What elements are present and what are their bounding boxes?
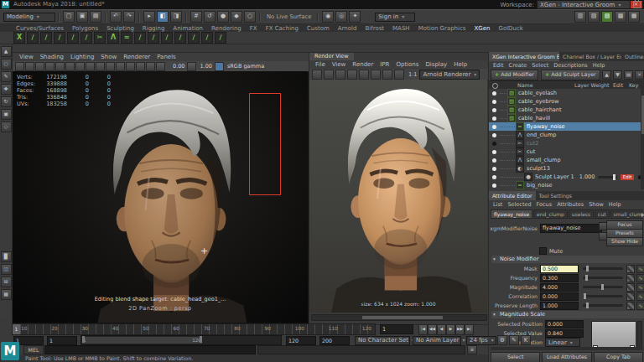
attribute-editor-menu-item[interactable]: Attributes	[554, 201, 586, 208]
command-language-toggle[interactable]: MEL	[23, 345, 44, 354]
groom-layer-row[interactable]: ≈ flyaway_noise	[489, 122, 641, 131]
layer-action-icon[interactable]: ▲	[602, 70, 611, 80]
magnitude-scale-section-header[interactable]: Magnitude Scale	[491, 311, 644, 318]
viewport-canvas[interactable]: Verts:17219800Edges:33988800Faces:168898…	[13, 71, 308, 323]
selection-mode-icon[interactable]: ◨	[170, 11, 182, 23]
shelf-tab[interactable]: Bifrost	[361, 25, 388, 32]
groom-layer-row[interactable]: ▧ cable_eyebrow	[489, 97, 641, 106]
render-menu-icon[interactable]: ◎	[335, 11, 347, 23]
layer-visibility-toggle[interactable]	[492, 175, 496, 179]
snap-icon[interactable]: ●	[217, 11, 229, 23]
layer-visibility-toggle[interactable]	[492, 116, 496, 121]
attribute-slider[interactable]	[583, 304, 623, 307]
attribute-editor-menu-item[interactable]: Focus	[534, 201, 555, 208]
playback-button[interactable]: ◀◀	[428, 324, 437, 335]
shelf-tool-icon[interactable]: ∕	[54, 32, 65, 44]
render-view-menu-item[interactable]: Help	[450, 61, 470, 68]
toolbox-tool-icon[interactable]: ◇	[1, 122, 12, 132]
node-tab[interactable]: flyaway_noise	[491, 209, 532, 219]
render-view-scrollbar[interactable]	[311, 314, 487, 321]
toolbox-tool-icon[interactable]: ↻	[1, 96, 12, 107]
layer-action-icon[interactable]: ▤	[624, 70, 633, 80]
character-set-dropdown[interactable]: No Character Set	[355, 336, 410, 345]
viewport-menu-item[interactable]: Shading	[37, 54, 67, 60]
playback-button[interactable]: |◀	[418, 324, 428, 335]
layer-visibility-toggle[interactable]	[492, 100, 496, 104]
shelf-tab[interactable]: Polygons	[68, 25, 102, 32]
attribute-editor-menu-item[interactable]: Selected	[505, 201, 533, 208]
viewport-menu-item[interactable]: Lighting	[67, 54, 97, 60]
file-icon[interactable]: ▣	[76, 11, 88, 23]
layer-weight-slider[interactable]	[598, 176, 616, 178]
viewport-toolbar-icon[interactable]	[146, 62, 155, 71]
mute-checkbox[interactable]	[539, 247, 547, 255]
attribute-editor-scrollbar[interactable]	[491, 347, 643, 350]
workspace-dropdown[interactable]: XGen - Interactive Groom	[537, 0, 631, 9]
shelf-tool-icon[interactable]: ∕	[134, 32, 146, 44]
texture-map-icon[interactable]	[626, 283, 635, 292]
groom-layer-row[interactable]: ● Sculpt Layer 1 1.000 Edit	[489, 173, 641, 181]
layer-visibility-toggle[interactable]	[492, 184, 496, 188]
history-icon[interactable]: ↶	[110, 11, 122, 23]
shelf-tab[interactable]: Sculpting	[102, 25, 138, 32]
playback-range[interactable]: 1 120	[82, 337, 202, 344]
attribute-value-field[interactable]: 0.000	[540, 292, 579, 301]
shelf-tab[interactable]: Animation	[169, 25, 207, 32]
shelf-tool-icon[interactable]: ∕	[201, 32, 213, 44]
layer-action-icon[interactable]: ×	[635, 70, 644, 80]
script-editor-icon[interactable]: ≡	[467, 345, 477, 354]
animation-end-field[interactable]: 200	[319, 336, 350, 345]
viewport-toolbar-icon[interactable]	[65, 62, 75, 71]
render-view-menu-item[interactable]: Display	[422, 61, 450, 68]
shelf-tab[interactable]: Rigging	[138, 25, 169, 32]
layer-visibility-toggle[interactable]	[492, 158, 496, 163]
dock-tab[interactable]: Channel Box / Layer Editor	[559, 52, 621, 61]
shelf-tab[interactable]: Custom	[303, 25, 334, 32]
time-slider[interactable]: 1 102030405060708090100110120	[12, 323, 376, 335]
viewport-toolbar-icon[interactable]	[106, 62, 115, 71]
render-view-toolbar-icon[interactable]	[335, 70, 345, 80]
attribute-editor-menu-item[interactable]: Show	[586, 201, 606, 208]
layer-list-scrollbar[interactable]	[641, 89, 644, 189]
viewport-toolbar-icon[interactable]	[156, 62, 165, 71]
groom-editor-menu-item[interactable]: Create	[506, 62, 530, 69]
shelf-tab[interactable]: Curves/Surfaces	[12, 25, 68, 32]
render-view-toolbar-icon[interactable]	[359, 70, 369, 80]
shelf-tool-icon[interactable]: Λ	[107, 32, 119, 44]
viewport-toolbar-icon[interactable]	[25, 62, 34, 71]
range-handle[interactable]	[82, 336, 85, 343]
groom-layer-row[interactable]: ◐ sculpt13	[489, 164, 641, 173]
groom-layer-row[interactable]: Λ end_clump	[489, 131, 641, 139]
groom-layer-row[interactable]: ▧ cable_eyelash	[489, 89, 641, 97]
colorspace-label[interactable]: sRGB gamma	[227, 63, 264, 70]
shelf-tool-icon[interactable]: ∕	[80, 32, 92, 44]
layer-visibility-toggle[interactable]	[492, 142, 496, 146]
viewport-toolbar-icon[interactable]	[35, 62, 44, 71]
toolbox-tool-icon[interactable]: ✎	[1, 71, 12, 82]
node-tabs-overflow-icon[interactable]: ▶	[641, 211, 644, 217]
layer-visibility-toggle[interactable]	[492, 150, 496, 154]
file-icon[interactable]: ▢	[63, 11, 75, 23]
shelf-tab[interactable]: FX	[246, 25, 262, 32]
attribute-editor-menu-item[interactable]: List	[491, 201, 505, 208]
anim-option-icon[interactable]: ✎	[509, 335, 519, 345]
layer-visibility-toggle[interactable]	[492, 108, 496, 112]
attribute-value-field[interactable]: 0.300	[540, 274, 579, 282]
dock-tab[interactable]: Attribute Editor	[489, 191, 536, 200]
render-view-toolbar-icon[interactable]	[324, 70, 334, 80]
render-view-canvas[interactable]: size: 634 x 1024 zoom: 1.000	[309, 80, 487, 313]
texture-map-icon[interactable]	[626, 302, 635, 310]
history-icon[interactable]: ↷	[123, 11, 135, 23]
selection-mode-icon[interactable]: ▸	[143, 11, 155, 23]
shelf-tool-icon[interactable]: ∕	[188, 32, 200, 44]
anim-layer-dropdown[interactable]: No Anim Layer	[413, 336, 461, 345]
perspective-viewport[interactable]: ViewShadingLightingShowRendererPanels 0.…	[12, 52, 310, 325]
sign-in-dropdown[interactable]: Sign in	[375, 13, 415, 22]
groom-editor-menu-item[interactable]: Descriptions	[551, 62, 589, 69]
groom-editor-menu-item[interactable]: Edit	[491, 62, 506, 69]
groom-layer-row[interactable]: ≈ big_noise	[489, 181, 641, 189]
viewport-toolbar-icon[interactable]	[116, 62, 125, 71]
snap-icon[interactable]: #	[190, 11, 202, 23]
render-view-toolbar-icon[interactable]	[347, 70, 357, 80]
viewport-toolbar-icon[interactable]	[86, 62, 95, 71]
